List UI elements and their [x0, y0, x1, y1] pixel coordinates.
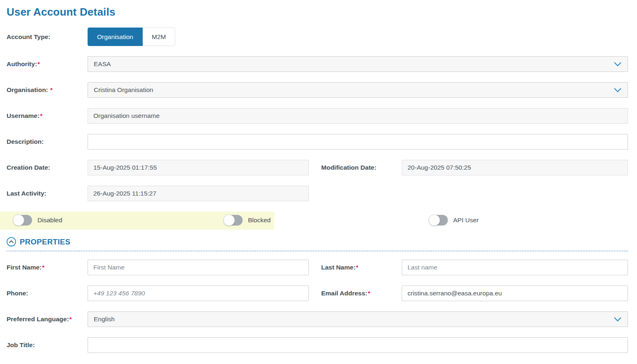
creation-date-label: Creation Date:: [7, 164, 88, 171]
contact-row: Phone: Email Address:*: [7, 286, 628, 301]
required-asterisk: *: [368, 290, 370, 297]
toggle-knob: [429, 214, 440, 226]
api-user-toggle-group: API User: [429, 215, 479, 226]
chevron-down-icon: [614, 88, 622, 92]
last-name-input[interactable]: [402, 260, 628, 275]
api-user-toggle[interactable]: [429, 215, 448, 226]
required-asterisk: *: [37, 60, 40, 67]
creation-date-field: 15-Aug-2025 01:17:55: [88, 160, 309, 175]
preferred-language-dropdown[interactable]: English: [88, 311, 628, 327]
collapse-section-icon[interactable]: [7, 237, 16, 247]
modification-date-label: Modification Date:: [309, 164, 402, 171]
page-title: User Account Details: [7, 6, 628, 18]
authority-dropdown[interactable]: EASA: [88, 56, 628, 72]
description-label: Description:: [7, 138, 88, 145]
account-type-organisation-button[interactable]: Organisation: [88, 28, 143, 46]
disabled-toggle[interactable]: [13, 215, 32, 226]
properties-section-title: PROPERTIES: [20, 237, 70, 247]
account-type-label: Account Type:: [7, 33, 88, 41]
chevron-down-icon: [614, 62, 622, 67]
required-asterisk: *: [42, 264, 44, 271]
last-activity-field: 26-Aug-2025 11:15:27: [88, 186, 309, 201]
job-title-label: Job Title:: [7, 341, 88, 349]
username-row: Username:* Organisation username: [7, 108, 628, 124]
toggles-row: Disabled Blocked API User: [7, 212, 628, 230]
job-title-row: Job Title:: [7, 337, 628, 353]
description-row: Description:: [7, 134, 628, 150]
preferred-language-row: Preferred Language:* English: [7, 311, 628, 327]
blocked-toggle-group: Blocked: [224, 215, 271, 226]
job-title-input[interactable]: [88, 337, 628, 353]
user-account-form: User Account Details Account Type: Organ…: [0, 6, 637, 364]
required-asterisk: *: [356, 264, 359, 271]
first-name-label: First Name:*: [7, 264, 88, 271]
properties-section-header: PROPERTIES: [7, 237, 628, 251]
username-field: Organisation username: [88, 108, 628, 124]
blocked-toggle[interactable]: [224, 215, 243, 226]
organisation-label: Organisation: *: [7, 86, 88, 94]
organisation-dropdown[interactable]: Cristina Organisation: [88, 82, 628, 98]
authority-row: Authority:* EASA: [7, 56, 628, 72]
disabled-toggle-group: Disabled: [13, 215, 62, 226]
required-asterisk: *: [69, 316, 72, 323]
disabled-toggle-label: Disabled: [37, 217, 62, 224]
account-type-button-group: Organisation M2M: [88, 28, 175, 46]
preferred-language-label: Preferred Language:*: [7, 316, 88, 323]
account-type-row: Account Type: Organisation M2M: [7, 28, 628, 46]
organisation-row: Organisation: * Cristina Organisation: [7, 82, 628, 98]
username-label: Username:*: [7, 112, 88, 120]
phone-input[interactable]: [88, 286, 309, 301]
authority-label: Authority:*: [7, 60, 88, 68]
description-input[interactable]: [88, 134, 628, 150]
email-label: Email Address:*: [309, 290, 402, 297]
api-user-toggle-label: API User: [453, 217, 479, 224]
account-type-m2m-button[interactable]: M2M: [143, 28, 175, 46]
name-row: First Name:* Last Name:*: [7, 260, 628, 275]
last-name-label: Last Name:*: [309, 264, 402, 271]
toggle-knob: [223, 214, 235, 226]
dates-row: Creation Date: 15-Aug-2025 01:17:55 Modi…: [7, 160, 628, 175]
authority-value: EASA: [94, 60, 111, 68]
last-activity-row: Last Activity: 26-Aug-2025 11:15:27: [7, 186, 628, 201]
last-activity-label: Last Activity:: [7, 190, 88, 197]
blocked-toggle-label: Blocked: [248, 217, 271, 224]
preferred-language-value: English: [94, 316, 115, 323]
required-asterisk: *: [40, 112, 42, 119]
organisation-value: Cristina Organisation: [94, 86, 153, 94]
first-name-input[interactable]: [88, 260, 309, 275]
modification-date-field: 20-Aug-2025 07:50:25: [402, 160, 628, 175]
required-asterisk: *: [50, 86, 53, 93]
phone-label: Phone:: [7, 290, 88, 297]
email-input[interactable]: [402, 286, 628, 301]
toggle-knob: [13, 214, 24, 226]
chevron-down-icon: [614, 317, 622, 322]
